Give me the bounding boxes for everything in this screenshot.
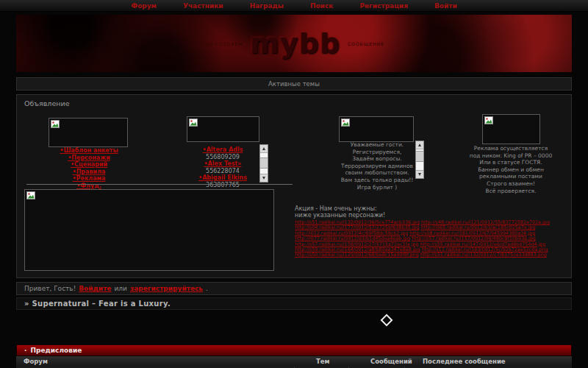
column-header-topics: Тем: [316, 358, 330, 365]
contact-icq: 556809209: [173, 154, 273, 161]
admin-contacts-list: •Altera Adls 556809209 •Alex Test» 55622…: [173, 146, 273, 188]
action-title: Акция - Нам очень нужны:: [295, 205, 556, 212]
url-line: http://s50.radikal.ru/i129/0912/68/be8c1…: [295, 252, 556, 258]
link-characters[interactable]: •Персонажи: [30, 155, 148, 162]
action-subtitle: ниже указанные персонажи!: [295, 212, 556, 219]
contact-name-link[interactable]: •Altera Adls: [173, 146, 273, 154]
partner-banner-3[interactable]: [339, 116, 414, 142]
mybb-logo: mybb: [250, 27, 340, 60]
banner-tagline-left: мы создаем: [204, 41, 243, 46]
action-links-lines: http://s51.radikal.ru/i132/0912/36/5ce77…: [295, 220, 556, 258]
nav-item-search[interactable]: Поиск: [310, 2, 333, 10]
login-link[interactable]: Войдите: [79, 285, 111, 292]
character-image-link[interactable]: http://s50.radikal.ru/i129/0912/68/be8c1…: [295, 252, 418, 258]
column-header-posts: Сообщений: [370, 358, 412, 365]
action-block: Акция - Нам очень нужны: ниже указанные …: [295, 205, 556, 258]
active-topics-bar[interactable]: Активные темы: [16, 77, 572, 91]
scroll-down-icon[interactable]: [416, 170, 423, 178]
scroll-up-icon[interactable]: [260, 145, 268, 153]
category-header-predislovie[interactable]: · Предисловие: [16, 344, 572, 356]
active-topics-label: Активные темы: [268, 80, 320, 88]
scrollbar-track[interactable]: [416, 149, 423, 170]
welcome-bar: Привет, Гость! Войдите или зарегистрируй…: [16, 282, 572, 295]
partner-banner-1[interactable]: [49, 118, 128, 147]
nav-item-awards[interactable]: Награды: [250, 2, 284, 10]
nav-item-login[interactable]: Войти: [434, 2, 457, 10]
link-flood[interactable]: •Флуд.: [30, 183, 148, 190]
category-marker-icon: ·: [24, 347, 26, 354]
character-image-link[interactable]: http://s51.radikal.ru/i132/0912/c7/8375c…: [420, 252, 547, 258]
guests-scrollbar[interactable]: [415, 141, 424, 179]
scrollbar-thumb[interactable]: [416, 151, 423, 162]
nav-item-members[interactable]: Участники: [183, 2, 223, 10]
link-rules[interactable]: •Правила: [30, 169, 148, 176]
broken-image-icon: [51, 120, 60, 128]
category-title: Предисловие: [30, 347, 82, 354]
nav-item-forum[interactable]: Форум: [131, 2, 157, 10]
divider-line: [26, 184, 293, 185]
forum-page: Форум Участники Награды Поиск Регистраци…: [0, 0, 588, 368]
forum-table-header: Форум Тем Сообщений Последнее сообщение: [16, 356, 572, 367]
announcement-panel: Объявление •Шаблон анкеты •Персонажи •Сц…: [16, 94, 572, 278]
greeting-conj: или: [114, 285, 126, 292]
broken-image-icon: [484, 116, 493, 124]
nav-item-register[interactable]: Регистрация: [359, 2, 408, 10]
greeting-text: Привет, Гость!: [24, 285, 76, 292]
advertising-info-text: Реклама осуществляется под ником: King o…: [452, 145, 570, 194]
announcement-title: Объявление: [24, 99, 70, 107]
broken-image-icon: [26, 191, 35, 199]
broken-image-icon: [341, 118, 350, 127]
broken-image-icon: [189, 118, 198, 127]
contact-icq: 556228074: [173, 168, 273, 175]
banner-tagline-right: сообщение: [348, 41, 384, 46]
link-script[interactable]: •Сценарий: [30, 161, 148, 169]
cursor-diamond-icon: [381, 314, 393, 327]
top-navbar: Форум Участники Награды Поиск Регистраци…: [0, 0, 588, 12]
contact-icq: 363807765: [173, 182, 273, 189]
board-title-text: » Supernatural – Fear is a Luxury.: [24, 300, 171, 308]
partner-banner-2[interactable]: [187, 116, 259, 142]
scrollbar-thumb[interactable]: [260, 158, 268, 169]
board-title: » Supernatural – Fear is a Luxury.: [16, 297, 572, 310]
contacts-scrollbar[interactable]: [259, 144, 268, 183]
contact-name-link[interactable]: •Abigail Elkins: [173, 174, 273, 182]
scrollbar-track[interactable]: [260, 153, 268, 174]
contact-name-link[interactable]: •Alex Test»: [173, 160, 273, 168]
guests-welcome-text: Уважаемые гости. Регистрируемся, Задаём …: [326, 141, 429, 191]
section-links-list: •Шаблон анкеты •Персонажи •Сценарий •Пра…: [30, 147, 148, 189]
column-header-last-post: Последнее сообщение: [423, 358, 506, 365]
scroll-up-icon[interactable]: [416, 141, 423, 149]
greeting-suffix: .: [206, 285, 208, 292]
scroll-down-icon[interactable]: [260, 174, 268, 182]
header-banner[interactable]: мы создаем mybb сообщение: [16, 15, 572, 72]
partner-banner-4[interactable]: [482, 114, 540, 144]
link-application-template[interactable]: •Шаблон анкеты: [30, 147, 148, 155]
register-link[interactable]: зарегистрируйтесь: [130, 285, 203, 292]
announcement-image-placeholder: [24, 189, 274, 271]
link-advertising[interactable]: •Реклама: [30, 175, 148, 183]
column-header-forum: Форум: [24, 358, 48, 365]
